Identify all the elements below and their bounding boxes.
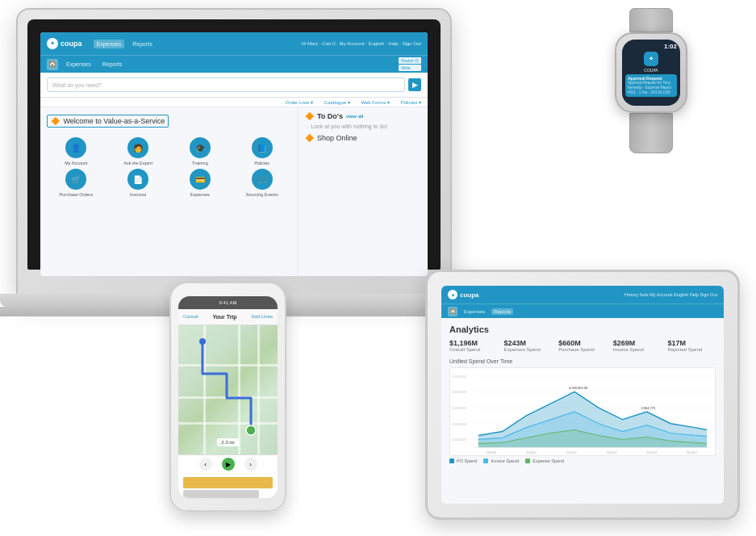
cancel-button[interactable]: Cancel bbox=[183, 314, 198, 319]
expenses-icon-item[interactable]: 💳 Expenses bbox=[171, 169, 230, 197]
tablet-logo: ✦ coupa bbox=[448, 290, 479, 299]
coupa-logo-text: coupa bbox=[61, 40, 82, 48]
tablet-case: ✦ coupa History Sale My Account English … bbox=[425, 270, 740, 520]
expenses-spend-label: Expenses Spend bbox=[504, 347, 553, 352]
tablet-navbar: ✦ coupa History Sale My Account English … bbox=[441, 286, 724, 304]
tablet-reports-btn[interactable]: Reports bbox=[491, 308, 513, 315]
catalogue-link[interactable]: Catalogue ▾ bbox=[324, 99, 350, 105]
laptop-logo: ✦ coupa bbox=[47, 38, 82, 49]
legend-po: PO Spend bbox=[449, 459, 477, 463]
sourcing-label: Sourcing Events bbox=[246, 192, 278, 197]
chart-legend: PO Spend Invoice Spend Expense Spend bbox=[449, 459, 716, 463]
trip-label: Your Trip bbox=[202, 314, 249, 320]
svg-text:2009/10: 2009/10 bbox=[487, 451, 497, 454]
svg-text:2,000,000: 2,000,000 bbox=[452, 422, 466, 426]
nav-reports[interactable]: Reports bbox=[129, 40, 156, 48]
ask-expert-circle: 🧑 bbox=[127, 137, 148, 158]
nav-expenses[interactable]: Expenses bbox=[94, 40, 125, 48]
todos-icon: 🔶 bbox=[305, 112, 314, 120]
purchase-spend-label: Purchase Spend bbox=[558, 347, 607, 352]
tablet-content: Analytics $1,196M Overall Spend $243M Ex… bbox=[441, 318, 724, 470]
watch-band-top bbox=[629, 8, 673, 32]
purchase-orders-circle: 🛒 bbox=[65, 169, 86, 190]
view-all-link[interactable]: view all bbox=[346, 114, 363, 119]
analytics-title: Analytics bbox=[449, 325, 716, 334]
phone-fwd-btn[interactable]: › bbox=[244, 458, 257, 471]
phone-strip-2 bbox=[183, 490, 259, 498]
watch-screen: 1:02 ✦ COUPA Approval Request Approval R… bbox=[622, 40, 680, 106]
laptop-search-bar: What do you need? ▶ bbox=[40, 73, 428, 98]
legend-expense-dot bbox=[525, 459, 530, 463]
invoices-icon-item[interactable]: 📄 Invoices bbox=[109, 169, 168, 197]
metric-expenses: $243M Expenses Spend bbox=[504, 339, 553, 352]
search-input[interactable]: What do you need? bbox=[47, 77, 405, 92]
svg-text:4,000,000: 4,000,000 bbox=[452, 390, 466, 394]
laptop-main-content: 🔶 Welcome to Value-as-a-Service 👤 My Acc… bbox=[40, 107, 428, 276]
legend-po-label: PO Spend bbox=[457, 459, 477, 463]
basket-btn[interactable]: Basket ID bbox=[399, 57, 421, 64]
purchase-orders-icon-item[interactable]: 🛒 Purchase Orders bbox=[47, 169, 106, 197]
laptop-subnav: Order Lists ▾ · Catalogue ▾ · Web Forms … bbox=[40, 98, 428, 107]
order-lists-link[interactable]: Order Lists ▾ bbox=[286, 99, 313, 105]
svg-point-20 bbox=[246, 425, 256, 435]
laptop-left-panel: 🔶 Welcome to Value-as-a-Service 👤 My Acc… bbox=[40, 107, 299, 276]
tablet-home-icon[interactable]: 🏠 bbox=[448, 307, 457, 316]
tablet-expenses-btn[interactable]: Expenses bbox=[462, 308, 487, 315]
chart-area: 5,000,000 4,000,000 3,000,000 2,000,000 … bbox=[449, 367, 716, 456]
home-icon[interactable]: 🏠 bbox=[47, 59, 58, 70]
policies-link[interactable]: Policies ▾ bbox=[401, 99, 421, 105]
laptop-screen-bezel: ✦ coupa Expenses Reports Hi Mary · Cart … bbox=[27, 19, 441, 270]
sourcing-icon-item[interactable]: ⚖️ Sourcing Events bbox=[232, 169, 291, 197]
toolbar-expenses[interactable]: Expenses bbox=[63, 61, 94, 68]
my-account-circle: 👤 bbox=[65, 137, 86, 158]
write-btn[interactable]: Write bbox=[399, 65, 421, 71]
phone-go-btn[interactable]: ▶ bbox=[222, 458, 235, 471]
phone-status-time: 9:41 AM bbox=[219, 300, 236, 305]
phone-bottom-content bbox=[178, 474, 278, 498]
icon-grid: 👤 My Account 🧑 Ask the Expert 🎓 Trainin bbox=[47, 137, 291, 197]
svg-text:5,000,000: 5,000,000 bbox=[452, 375, 466, 379]
laptop-toolbar: 🏠 Expenses Reports Basket ID Write bbox=[40, 55, 428, 73]
svg-text:3,000,000: 3,000,000 bbox=[452, 406, 466, 410]
phone-strip-1 bbox=[183, 477, 273, 488]
invoice-spend-value: $269M bbox=[613, 339, 662, 347]
svg-text:2,664,775: 2,664,775 bbox=[641, 406, 656, 410]
web-forms-link[interactable]: Web Forms ▾ bbox=[361, 99, 390, 105]
laptop-navbar: ✦ coupa Expenses Reports Hi Mary · Cart … bbox=[40, 32, 428, 55]
phone-map-header: Cancel Your Trip Add Lines bbox=[178, 309, 278, 325]
watch-notification: Approval Request Approval Request for To… bbox=[625, 74, 677, 97]
add-lines-button[interactable]: Add Lines bbox=[251, 314, 273, 319]
phone-back-btn[interactable]: ‹ bbox=[199, 458, 212, 471]
legend-invoice: Invoice Spend bbox=[483, 459, 519, 463]
todos-header: 🔶 To Do's view all bbox=[305, 112, 421, 120]
scene: ✦ coupa Expenses Reports Hi Mary · Cart … bbox=[0, 0, 756, 536]
welcome-icon: 🔶 bbox=[51, 117, 60, 125]
svg-text:2012/13: 2012/13 bbox=[607, 451, 617, 454]
laptop-nav-right: Hi Mary · Cart 0 · My Account · English … bbox=[302, 41, 421, 46]
svg-text:2014/15: 2014/15 bbox=[687, 451, 697, 454]
ask-expert-icon-item[interactable]: 🧑 Ask the Expert bbox=[109, 137, 168, 165]
legend-invoice-label: Invoice Spend bbox=[491, 459, 519, 463]
phone-map-area: 2.3 mi bbox=[178, 325, 278, 454]
policies-icon-item[interactable]: 📘 Policies bbox=[232, 137, 291, 165]
laptop-nav-items: Expenses Reports bbox=[94, 40, 156, 48]
search-button[interactable]: ▶ bbox=[408, 78, 421, 91]
invoices-label: Invoices bbox=[130, 192, 146, 197]
tablet-logo-circle: ✦ bbox=[448, 290, 457, 299]
rejected-spend-value: $17M bbox=[667, 339, 716, 347]
watch-band-bottom bbox=[629, 113, 673, 153]
policies-circle: 📘 bbox=[252, 137, 273, 158]
map-background: 2.3 mi bbox=[178, 325, 278, 454]
overall-spend-label: Overall Spend bbox=[449, 347, 498, 352]
training-label: Training bbox=[192, 161, 208, 165]
metric-rejected: $17M Rejected Spend bbox=[667, 339, 716, 352]
toolbar-reports[interactable]: Reports bbox=[99, 61, 126, 68]
analytics-chart: 5,000,000 4,000,000 3,000,000 2,000,000 … bbox=[450, 368, 715, 455]
shop-online-link[interactable]: 🔶 Shop Online bbox=[305, 134, 421, 142]
nothing-todo-text: ○ Look at you with nothing to do! bbox=[305, 124, 421, 129]
training-icon-item[interactable]: 🎓 Training bbox=[171, 137, 230, 165]
purchase-orders-label: Purchase Orders bbox=[60, 192, 94, 197]
shop-icon: 🔶 bbox=[305, 134, 314, 142]
phone-statusbar: 9:41 AM bbox=[178, 296, 278, 309]
my-account-icon-item[interactable]: 👤 My Account bbox=[47, 137, 106, 165]
